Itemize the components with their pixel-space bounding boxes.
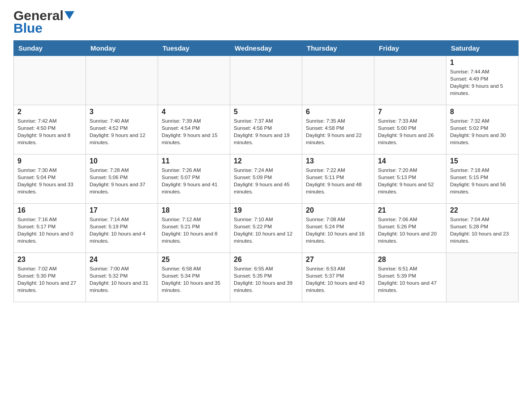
day-number: 22	[450, 206, 515, 214]
weekday-header-sunday: Sunday	[14, 41, 86, 56]
day-info: Sunrise: 7:42 AMSunset: 4:50 PMDaylight:…	[17, 117, 82, 146]
weekday-header-monday: Monday	[86, 41, 158, 56]
day-number: 27	[306, 256, 370, 264]
day-info: Sunrise: 7:44 AMSunset: 4:49 PMDaylight:…	[450, 68, 515, 97]
calendar-cell: 27Sunrise: 6:53 AMSunset: 5:37 PMDayligh…	[302, 253, 374, 302]
day-info: Sunrise: 7:14 AMSunset: 5:19 PMDaylight:…	[90, 216, 154, 244]
day-number: 3	[90, 108, 154, 116]
day-number: 14	[378, 157, 442, 165]
calendar-cell: 6Sunrise: 7:35 AMSunset: 4:58 PMDaylight…	[302, 105, 374, 154]
day-number: 5	[234, 108, 298, 116]
day-info: Sunrise: 7:32 AMSunset: 5:02 PMDaylight:…	[450, 117, 515, 146]
day-info: Sunrise: 7:06 AMSunset: 5:26 PMDaylight:…	[378, 216, 442, 244]
day-info: Sunrise: 6:58 AMSunset: 5:34 PMDaylight:…	[162, 265, 226, 294]
logo: General Blue	[13, 9, 74, 36]
day-number: 2	[17, 108, 82, 116]
day-info: Sunrise: 7:12 AMSunset: 5:21 PMDaylight:…	[162, 216, 226, 244]
weekday-header-friday: Friday	[374, 41, 446, 56]
day-info: Sunrise: 7:30 AMSunset: 5:04 PMDaylight:…	[17, 167, 82, 195]
day-number: 8	[450, 108, 515, 116]
calendar-cell: 1Sunrise: 7:44 AMSunset: 4:49 PMDaylight…	[446, 56, 519, 105]
calendar-cell	[14, 56, 86, 105]
day-number: 20	[306, 206, 370, 214]
day-number: 24	[90, 256, 154, 264]
calendar-cell: 24Sunrise: 7:00 AMSunset: 5:32 PMDayligh…	[86, 253, 158, 302]
day-number: 16	[17, 206, 82, 214]
day-number: 21	[378, 206, 442, 214]
day-info: Sunrise: 6:53 AMSunset: 5:37 PMDaylight:…	[306, 265, 370, 294]
day-info: Sunrise: 7:24 AMSunset: 5:09 PMDaylight:…	[234, 167, 298, 195]
day-number: 18	[162, 206, 226, 214]
day-info: Sunrise: 7:33 AMSunset: 5:00 PMDaylight:…	[378, 117, 442, 146]
calendar-cell: 2Sunrise: 7:42 AMSunset: 4:50 PMDaylight…	[14, 105, 86, 154]
day-info: Sunrise: 6:55 AMSunset: 5:35 PMDaylight:…	[234, 265, 298, 294]
day-number: 7	[378, 108, 442, 116]
day-info: Sunrise: 7:16 AMSunset: 5:17 PMDaylight:…	[17, 216, 82, 244]
day-number: 17	[90, 206, 154, 214]
calendar-cell: 11Sunrise: 7:26 AMSunset: 5:07 PMDayligh…	[158, 154, 230, 204]
day-info: Sunrise: 7:40 AMSunset: 4:52 PMDaylight:…	[90, 117, 154, 146]
calendar-cell: 23Sunrise: 7:02 AMSunset: 5:30 PMDayligh…	[14, 253, 86, 302]
day-number: 23	[17, 256, 82, 264]
calendar-cell: 22Sunrise: 7:04 AMSunset: 5:28 PMDayligh…	[446, 204, 519, 253]
calendar-cell	[302, 56, 374, 105]
calendar-cell: 7Sunrise: 7:33 AMSunset: 5:00 PMDaylight…	[374, 105, 446, 154]
calendar-cell: 17Sunrise: 7:14 AMSunset: 5:19 PMDayligh…	[86, 204, 158, 253]
weekday-header-thursday: Thursday	[302, 41, 374, 56]
day-number: 26	[234, 256, 298, 264]
calendar-cell: 18Sunrise: 7:12 AMSunset: 5:21 PMDayligh…	[158, 204, 230, 253]
calendar-cell	[86, 56, 158, 105]
calendar-cell	[374, 56, 446, 105]
day-number: 19	[234, 206, 298, 214]
day-number: 11	[162, 157, 226, 165]
day-info: Sunrise: 7:20 AMSunset: 5:13 PMDaylight:…	[378, 167, 442, 195]
calendar-cell: 19Sunrise: 7:10 AMSunset: 5:22 PMDayligh…	[230, 204, 302, 253]
day-info: Sunrise: 7:04 AMSunset: 5:28 PMDaylight:…	[450, 216, 515, 244]
weekday-header-tuesday: Tuesday	[158, 41, 230, 56]
day-number: 10	[90, 157, 154, 165]
day-info: Sunrise: 7:28 AMSunset: 5:06 PMDaylight:…	[90, 167, 154, 195]
day-info: Sunrise: 6:51 AMSunset: 5:39 PMDaylight:…	[378, 265, 442, 294]
calendar-cell: 21Sunrise: 7:06 AMSunset: 5:26 PMDayligh…	[374, 204, 446, 253]
day-info: Sunrise: 7:02 AMSunset: 5:30 PMDaylight:…	[17, 265, 82, 294]
calendar-cell: 15Sunrise: 7:18 AMSunset: 5:15 PMDayligh…	[446, 154, 519, 204]
calendar-cell	[446, 253, 519, 302]
day-info: Sunrise: 7:10 AMSunset: 5:22 PMDaylight:…	[234, 216, 298, 244]
day-number: 12	[234, 157, 298, 165]
calendar-cell	[230, 56, 302, 105]
calendar-cell: 3Sunrise: 7:40 AMSunset: 4:52 PMDaylight…	[86, 105, 158, 154]
calendar-table: SundayMondayTuesdayWednesdayThursdayFrid…	[13, 40, 519, 302]
calendar-cell: 13Sunrise: 7:22 AMSunset: 5:11 PMDayligh…	[302, 154, 374, 204]
logo-arrow-icon	[64, 11, 74, 21]
day-info: Sunrise: 7:08 AMSunset: 5:24 PMDaylight:…	[306, 216, 370, 244]
day-info: Sunrise: 7:26 AMSunset: 5:07 PMDaylight:…	[162, 167, 226, 195]
calendar-cell: 10Sunrise: 7:28 AMSunset: 5:06 PMDayligh…	[86, 154, 158, 204]
day-number: 9	[17, 157, 82, 165]
calendar-cell: 28Sunrise: 6:51 AMSunset: 5:39 PMDayligh…	[374, 253, 446, 302]
day-info: Sunrise: 7:39 AMSunset: 4:54 PMDaylight:…	[162, 117, 226, 146]
day-info: Sunrise: 7:18 AMSunset: 5:15 PMDaylight:…	[450, 167, 515, 195]
calendar-cell: 16Sunrise: 7:16 AMSunset: 5:17 PMDayligh…	[14, 204, 86, 253]
calendar-cell: 20Sunrise: 7:08 AMSunset: 5:24 PMDayligh…	[302, 204, 374, 253]
day-info: Sunrise: 7:22 AMSunset: 5:11 PMDaylight:…	[306, 167, 370, 195]
page-header: General Blue	[13, 9, 519, 36]
day-number: 1	[450, 59, 515, 67]
day-info: Sunrise: 7:00 AMSunset: 5:32 PMDaylight:…	[90, 265, 154, 294]
day-number: 13	[306, 157, 370, 165]
calendar-cell: 12Sunrise: 7:24 AMSunset: 5:09 PMDayligh…	[230, 154, 302, 204]
day-number: 25	[162, 256, 226, 264]
weekday-header-saturday: Saturday	[446, 41, 519, 56]
calendar-cell: 26Sunrise: 6:55 AMSunset: 5:35 PMDayligh…	[230, 253, 302, 302]
calendar-cell: 25Sunrise: 6:58 AMSunset: 5:34 PMDayligh…	[158, 253, 230, 302]
weekday-header-wednesday: Wednesday	[230, 41, 302, 56]
calendar-cell: 9Sunrise: 7:30 AMSunset: 5:04 PMDaylight…	[14, 154, 86, 204]
calendar-cell: 5Sunrise: 7:37 AMSunset: 4:56 PMDaylight…	[230, 105, 302, 154]
logo-blue: Blue	[13, 21, 43, 36]
calendar-cell: 14Sunrise: 7:20 AMSunset: 5:13 PMDayligh…	[374, 154, 446, 204]
day-number: 28	[378, 256, 442, 264]
calendar-cell: 4Sunrise: 7:39 AMSunset: 4:54 PMDaylight…	[158, 105, 230, 154]
day-info: Sunrise: 7:35 AMSunset: 4:58 PMDaylight:…	[306, 117, 370, 146]
day-info: Sunrise: 7:37 AMSunset: 4:56 PMDaylight:…	[234, 117, 298, 146]
svg-marker-0	[64, 11, 74, 19]
calendar-cell	[158, 56, 230, 105]
